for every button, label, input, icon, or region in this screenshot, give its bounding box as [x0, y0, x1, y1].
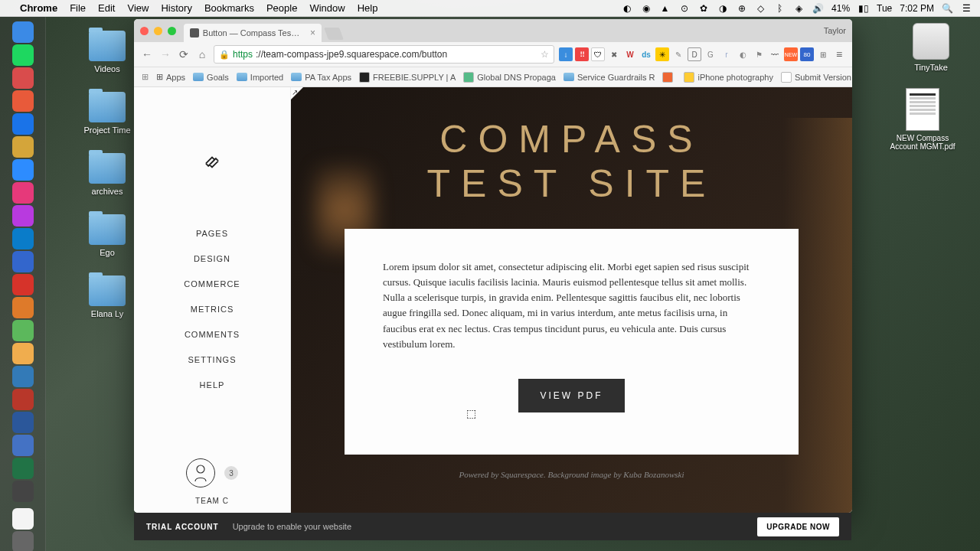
extension-icon[interactable]: D [688, 47, 701, 61]
sidebar-item-pages[interactable]: PAGES [196, 229, 228, 238]
battery-icon[interactable]: ▮▯ [858, 2, 869, 14]
bookmark-item[interactable]: Goals [193, 73, 229, 82]
desktop-folder[interactable]: Project Time [83, 92, 132, 135]
app-name[interactable]: Chrome [20, 2, 57, 14]
dock-app-icon[interactable] [12, 21, 34, 43]
bookmark-item[interactable]: Imported [237, 73, 283, 82]
clock-day[interactable]: Tue [877, 3, 892, 14]
desktop-disk[interactable]: TinyTake [913, 23, 949, 72]
bluetooth-icon[interactable]: ᛒ [774, 2, 786, 14]
extension-icon[interactable]: ✳ [655, 47, 669, 61]
menu-people[interactable]: People [266, 2, 297, 14]
expand-preview-icon[interactable] [291, 87, 303, 99]
upgrade-now-button[interactable]: UPGRADE NOW [757, 517, 839, 536]
dock-app-icon[interactable] [12, 458, 34, 479]
sidebar-item-help[interactable]: HELP [200, 380, 225, 390]
dock-app-icon[interactable] [12, 159, 34, 181]
bookmark-item[interactable]: Global DNS Propaga [463, 72, 556, 83]
volume-icon[interactable]: 🔊 [812, 2, 824, 14]
dock-app-icon[interactable] [12, 343, 34, 364]
extension-icon[interactable]: ⠿ [575, 47, 589, 61]
menulet-icon[interactable]: ◇ [755, 2, 766, 14]
reload-button[interactable]: ⟳ [177, 47, 191, 61]
spotlight-icon[interactable]: 🔍 [942, 2, 953, 14]
menulet-icon[interactable]: ◐ [621, 2, 632, 14]
menu-help[interactable]: Help [358, 2, 378, 14]
clock-time[interactable]: 7:02 PM [900, 3, 934, 14]
menu-edit[interactable]: Edit [98, 2, 115, 14]
close-button[interactable] [140, 27, 149, 35]
menulet-icon[interactable]: ✿ [697, 2, 709, 14]
zoom-button[interactable] [168, 27, 176, 35]
dock-app-icon[interactable] [12, 412, 34, 433]
extension-icon[interactable]: 80 [800, 47, 814, 61]
chrome-menu-icon[interactable]: ≡ [832, 47, 846, 61]
menulet-icon[interactable]: ◑ [717, 2, 728, 14]
extension-icon[interactable]: r [720, 47, 733, 61]
desktop-folder[interactable]: Elana Ly [83, 276, 132, 318]
dock-app-icon[interactable] [12, 113, 34, 135]
menulet-icon[interactable]: ⊕ [736, 2, 747, 14]
bookmark-item[interactable]: ⊞Apps [156, 72, 185, 82]
minimize-button[interactable] [154, 27, 162, 35]
sidebar-item-metrics[interactable]: METRICS [191, 305, 234, 314]
home-button[interactable]: ⌂ [195, 47, 209, 61]
extension-icon[interactable]: ✎ [671, 47, 685, 61]
extension-icon[interactable]: ◐ [736, 47, 750, 61]
dock-app-icon[interactable] [12, 320, 34, 341]
bookmark-item[interactable]: PA Tax Apps [291, 73, 351, 82]
menulet-icon[interactable]: ⊙ [678, 2, 690, 14]
sidebar-item-settings[interactable]: SETTINGS [188, 355, 236, 364]
menulet-icon[interactable]: ▲ [659, 2, 671, 14]
address-bar[interactable]: 🔒 https://team-compass-jpe9.squarespace.… [214, 45, 554, 64]
menu-bookmarks[interactable]: Bookmarks [204, 2, 254, 14]
dock-app-icon[interactable] [12, 44, 34, 66]
extension-icon[interactable]: G [704, 47, 717, 61]
desktop-folder[interactable]: Ego [83, 214, 132, 257]
dock-app-icon[interactable] [12, 274, 34, 295]
sidebar-item-comments[interactable]: COMMENTS [185, 330, 240, 339]
dock-app-icon[interactable] [12, 435, 34, 456]
bookmark-item[interactable] [662, 72, 676, 83]
browser-tab[interactable]: Button — Compass Test Si × [184, 24, 322, 42]
new-tab-button[interactable] [324, 28, 344, 40]
extension-icon[interactable]: ↓ [559, 47, 573, 61]
dock-app-icon[interactable] [12, 297, 34, 318]
extension-icon[interactable]: ⚑ [752, 47, 766, 61]
dock-app-icon[interactable] [12, 366, 34, 387]
menulet-icon[interactable]: ◉ [640, 2, 652, 14]
dock-app-icon[interactable] [12, 251, 34, 272]
extension-icon[interactable]: ✖ [607, 47, 621, 61]
site-preview[interactable]: COMPASS TEST SITE Lorem ipsum dolor sit … [291, 87, 852, 513]
dock-app-icon[interactable] [12, 389, 34, 410]
sidebar-item-commerce[interactable]: COMMERCE [184, 279, 240, 289]
extension-icon[interactable]: NEW [784, 47, 798, 61]
tab-close-icon[interactable]: × [310, 28, 315, 38]
wifi-icon[interactable]: ◈ [793, 2, 805, 14]
bookmark-item[interactable]: Service Guardrails R [564, 73, 655, 82]
sidebar-user[interactable]: 3 TEAM C [186, 458, 238, 505]
menu-file[interactable]: File [70, 2, 86, 14]
back-button[interactable]: ← [140, 47, 154, 61]
bookmark-item[interactable]: iPhone photography [684, 72, 773, 83]
extension-icon[interactable]: W [623, 47, 637, 61]
star-icon[interactable]: ☆ [541, 49, 549, 60]
extension-icon[interactable]: 🛡 [591, 47, 605, 61]
apps-icon[interactable]: ⊞ [142, 72, 149, 82]
dock-app-icon[interactable] [12, 531, 34, 551]
dock-app-icon[interactable] [12, 508, 34, 530]
dock-app-icon[interactable] [12, 228, 34, 249]
view-pdf-button[interactable]: VIEW PDF [518, 379, 624, 412]
extension-icon[interactable]: 〰 [768, 47, 782, 61]
sidebar-item-design[interactable]: DESIGN [194, 254, 230, 263]
desktop-folder[interactable]: archives [83, 153, 132, 196]
bookmark-item[interactable]: FREEBIE.SUPPLY | A [359, 72, 456, 83]
desktop-folder[interactable]: Videos [83, 31, 132, 73]
dock-app-icon[interactable] [12, 481, 34, 502]
forward-button[interactable]: → [158, 47, 172, 61]
notifications-icon[interactable]: ☰ [961, 2, 972, 14]
menu-view[interactable]: View [127, 2, 149, 14]
dock-app-icon[interactable] [12, 67, 34, 89]
squarespace-logo-icon[interactable] [202, 152, 222, 175]
dock-app-icon[interactable] [12, 136, 34, 158]
